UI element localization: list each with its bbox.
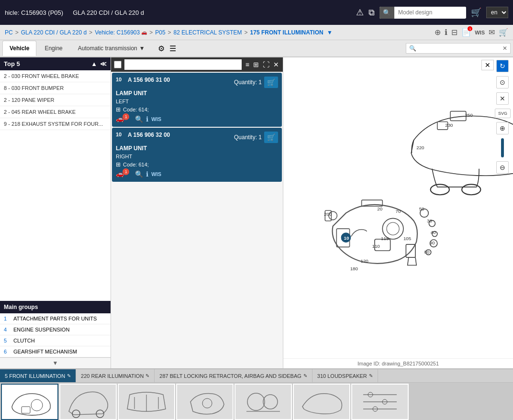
part-wis-icon[interactable]: WIS <box>151 116 161 122</box>
part-code-value: Code: 614; <box>123 162 149 167</box>
history-tool[interactable]: ⊙ <box>496 76 509 88</box>
thumbnail[interactable] <box>59 384 117 420</box>
bottom-tab-loudspeaker[interactable]: 310 LOUDSPEAKER ✎ <box>312 369 378 382</box>
thumbnail[interactable] <box>293 384 350 420</box>
document-icon[interactable]: 📄1 <box>461 28 471 37</box>
breadcrumb-p05[interactable]: P05 <box>155 29 165 36</box>
svg-text:180: 180 <box>350 266 358 271</box>
zoom-plus-icon[interactable]: ⊕ <box>435 28 441 37</box>
part-info-icon[interactable]: ℹ <box>146 170 148 178</box>
part-position: 10 <box>116 77 128 82</box>
toolbar-view-icons: ≡ ⊞ ⛶ ✕ <box>245 60 280 69</box>
edit-icon[interactable]: ✎ <box>303 373 307 378</box>
top-search-input[interactable] <box>394 7 466 18</box>
filter-icon[interactable]: ⊟ <box>451 28 457 37</box>
main-group-item[interactable]: 4 ENGINE SUSPENSION <box>0 324 111 335</box>
close-tool[interactable]: ✕ <box>496 92 509 105</box>
part-search-icon[interactable]: 🔍 <box>135 115 143 123</box>
part-search-icon[interactable]: 🔍 <box>135 170 143 178</box>
language-select[interactable]: en de fr <box>486 7 508 18</box>
zoom-slider[interactable] <box>501 138 504 157</box>
edit-icon[interactable]: ✎ <box>145 373 149 378</box>
top5-title: Top 5 <box>4 60 20 67</box>
add-to-cart-button[interactable]: 🛒 <box>264 77 278 88</box>
main-group-item[interactable]: 5 CLUTCH <box>0 335 111 346</box>
breadcrumb-vehicle[interactable]: Vehicle: C156903 🚗 <box>95 29 147 36</box>
list-item[interactable]: 2 - 120 PANE WIPER <box>0 94 111 106</box>
diagram-close-button[interactable]: ✕ <box>481 60 494 70</box>
settings-icon[interactable]: ⚙ <box>158 44 165 53</box>
part-code-row: ⊞ Code: 614; <box>116 106 278 113</box>
cart-breadcrumb-icon[interactable]: 🛒 <box>499 28 508 37</box>
add-to-cart-button[interactable]: 🛒 <box>264 132 278 143</box>
list-item[interactable]: 2 - 045 REAR WHEEL BRAKE <box>0 106 111 118</box>
breadcrumb-pc[interactable]: PC <box>5 29 13 36</box>
main-group-item[interactable]: 1 ATTACHMENT PARTS FOR UNITS <box>0 313 111 324</box>
scroll-down-button[interactable]: ▼ <box>0 357 111 368</box>
part-actions: 🚗 1 🔍 ℹ WIS <box>116 115 278 123</box>
cart-icon[interactable]: 🛒 <box>471 7 481 18</box>
zoom-out-tool[interactable]: ⊖ <box>496 161 509 174</box>
double-arrow-icon[interactable]: ≪ <box>100 60 107 67</box>
tab-vehicle[interactable]: Vehicle <box>2 41 36 56</box>
breadcrumb-electrical[interactable]: 82 ELECTRICAL SYSTEM <box>174 29 242 36</box>
main-groups-list: 1 ATTACHMENT PARTS FOR UNITS 4 ENGINE SU… <box>0 313 111 357</box>
tab-search-clear-icon[interactable]: ✕ <box>502 45 507 52</box>
mail-icon[interactable]: ✉ <box>489 28 495 37</box>
bottom-tab-belt[interactable]: 287 BELT LOCKING RETRACTOR, AIRBAG AND S… <box>155 369 312 382</box>
parts-search-input[interactable] <box>124 59 242 70</box>
collapse-icon[interactable]: ▲ <box>91 60 97 67</box>
select-all-checkbox[interactable] <box>114 61 122 68</box>
expand-icon[interactable]: ⛶ <box>262 60 270 69</box>
diagram-area: 220 <box>283 57 513 358</box>
breadcrumb: PC > GLA 220 CDI / GLA 220 d > Vehicle: … <box>0 25 513 40</box>
svg-text:220: 220 <box>416 145 424 150</box>
svg-text:120: 120 <box>360 258 368 264</box>
list-item[interactable]: 8 - 030 FRONT BUMPER <box>0 82 111 94</box>
thumbnail[interactable] <box>1 384 58 420</box>
tab-search-input[interactable] <box>416 45 502 52</box>
list-item[interactable]: 2 - 030 FRONT WHEEL BRAKE <box>0 70 111 82</box>
info-icon[interactable]: ℹ <box>445 28 447 37</box>
left-panel: Top 5 ▲ ≪ 2 - 030 FRONT WHEEL BRAKE 8 - … <box>0 57 111 368</box>
tabs-bar: Vehicle Engine Automatic transmission ▼ … <box>0 40 513 57</box>
zoom-in-tool[interactable]: ⊕ <box>496 122 509 134</box>
thumbnail[interactable] <box>234 384 292 420</box>
edit-icon[interactable]: ✎ <box>369 373 373 378</box>
bottom-tab-front-illumination[interactable]: 5 FRONT ILLUMINATION ✎ <box>0 369 76 382</box>
edit-icon[interactable]: ✎ <box>67 373 71 378</box>
svg-tool[interactable]: SVG <box>495 109 511 118</box>
part-sub: RIGHT <box>116 154 278 159</box>
svg-point-38 <box>72 410 80 418</box>
copy-icon[interactable]: ⧉ <box>368 8 375 18</box>
part-quantity: Quantity: 1 🛒 <box>234 132 278 143</box>
search-button[interactable]: 🔍 <box>379 7 394 19</box>
part-item: 10 A 156 906 31 00 Quantity: 1 🛒 LAMP UN… <box>112 73 282 127</box>
tab-search-icon[interactable]: 🔍 <box>409 45 416 52</box>
warning-icon[interactable]: ⚠ <box>356 7 364 18</box>
part-info-icon[interactable]: ℹ <box>146 115 148 123</box>
part-name: LAMP UNIT <box>116 145 278 152</box>
part-wis-icon[interactable]: WIS <box>151 171 161 177</box>
tab-automatic-transmission[interactable]: Automatic transmission ▼ <box>71 41 152 56</box>
grid-view-icon[interactable]: ⊞ <box>252 60 260 69</box>
thumbnail[interactable] <box>351 384 409 420</box>
close-parts-icon[interactable]: ✕ <box>272 60 280 69</box>
wis-icon[interactable]: WIS <box>475 30 485 35</box>
part-sub: LEFT <box>116 99 278 104</box>
tab-engine[interactable]: Engine <box>37 41 69 56</box>
bottom-tab-rear-illumination[interactable]: 220 REAR ILLUMINATION ✎ <box>76 369 155 382</box>
main-group-item[interactable]: 6 GEARSHIFT MECHANISM <box>0 346 111 357</box>
rotate-tool[interactable]: ↻ <box>496 60 509 72</box>
svg-text:10: 10 <box>344 235 349 241</box>
tab-arrow-icon: ▼ <box>139 45 145 52</box>
thumbnail[interactable] <box>118 384 175 420</box>
svg-point-0 <box>431 184 449 195</box>
thumbnail[interactable] <box>176 384 234 420</box>
breadcrumb-model[interactable]: GLA 220 CDI / GLA 220 d <box>21 29 87 36</box>
main-groups-header: Main groups <box>0 301 111 313</box>
list-item[interactable]: 9 - 218 EXHAUST SYSTEM FOR FOUR... <box>0 118 111 130</box>
list-view-icon[interactable]: ≡ <box>245 60 250 69</box>
dropdown-icon[interactable]: ▼ <box>327 29 333 36</box>
list-icon[interactable]: ☰ <box>169 44 176 53</box>
